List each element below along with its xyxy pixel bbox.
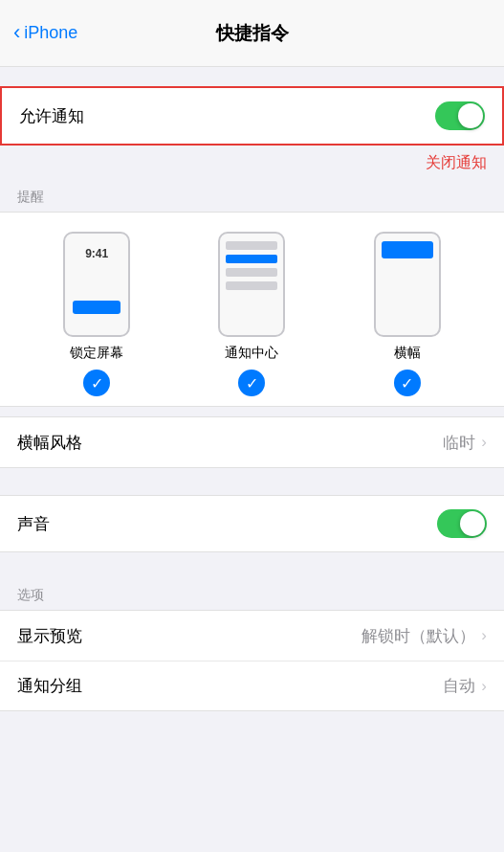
preview-item-banner: 横幅 ✓ <box>374 232 441 396</box>
notif-center-label: 通知中心 <box>225 345 278 362</box>
checkmark-icon: ✓ <box>401 374 413 392</box>
show-preview-value-group: 解锁时（默认） › <box>362 625 487 647</box>
gap-before-options <box>0 552 504 579</box>
banner-style-label: 横幅风格 <box>17 432 82 454</box>
sound-label: 声音 <box>17 513 50 535</box>
toggle-knob <box>458 103 483 128</box>
banner-style-row[interactable]: 横幅风格 临时 › <box>0 417 504 467</box>
sound-row: 声音 <box>0 496 504 551</box>
notification-group-value-group: 自动 › <box>443 675 487 697</box>
back-button[interactable]: ‹ iPhone <box>13 23 77 43</box>
notification-group-row[interactable]: 通知分组 自动 › <box>0 661 504 710</box>
preview-icons-row: 9:41 锁定屏幕 ✓ 通知中心 ✓ <box>0 232 504 396</box>
sound-toggle-knob <box>460 511 485 536</box>
checkmark-icon: ✓ <box>91 374 103 392</box>
sound-card: 声音 <box>0 495 504 552</box>
banner-style-value: 临时 <box>443 432 475 454</box>
banner-style-card: 横幅风格 临时 › <box>0 416 504 468</box>
allow-notifications-row: 允许通知 <box>2 88 502 144</box>
checkmark-icon: ✓ <box>246 374 258 392</box>
sound-toggle[interactable] <box>437 509 487 538</box>
close-notice-row: 关闭通知 <box>0 146 504 181</box>
show-preview-row[interactable]: 显示预览 解锁时（默认） › <box>0 611 504 661</box>
gap-before-sound <box>0 468 504 495</box>
page-title: 快捷指令 <box>216 21 289 46</box>
allow-notifications-label: 允许通知 <box>19 105 84 127</box>
allow-notifications-card: 允许通知 <box>0 86 504 146</box>
banner-label: 横幅 <box>394 345 421 362</box>
preview-item-lock: 9:41 锁定屏幕 ✓ <box>63 232 130 396</box>
navigation-bar: ‹ iPhone 快捷指令 <box>0 0 504 67</box>
preview-item-notif: 通知中心 ✓ <box>218 232 285 396</box>
lock-screen-check[interactable]: ✓ <box>83 370 110 396</box>
banner-icon <box>374 232 441 337</box>
show-preview-label: 显示预览 <box>17 625 82 647</box>
banner-style-chevron-icon: › <box>481 433 487 452</box>
allow-notifications-toggle[interactable] <box>435 101 485 130</box>
show-preview-chevron-icon: › <box>481 626 487 645</box>
options-section-label: 选项 <box>0 579 504 610</box>
top-gap <box>0 67 504 86</box>
notification-group-value: 自动 <box>443 675 475 697</box>
alerts-section-label: 提醒 <box>0 181 504 212</box>
banner-style-value-group: 临时 › <box>443 432 487 454</box>
notification-group-label: 通知分组 <box>17 675 82 697</box>
back-label: iPhone <box>24 23 77 43</box>
show-preview-value: 解锁时（默认） <box>362 625 475 647</box>
banner-check[interactable]: ✓ <box>394 370 421 396</box>
lock-screen-label: 锁定屏幕 <box>70 345 123 362</box>
preview-area: 9:41 锁定屏幕 ✓ 通知中心 ✓ <box>0 212 504 407</box>
notification-group-chevron-icon: › <box>481 677 487 696</box>
close-notice-link[interactable]: 关闭通知 <box>426 153 487 173</box>
options-card: 显示预览 解锁时（默认） › 通知分组 自动 › <box>0 610 504 711</box>
notif-center-icon <box>218 232 285 337</box>
lock-screen-icon: 9:41 <box>63 232 130 337</box>
back-chevron-icon: ‹ <box>13 22 20 43</box>
notif-center-check[interactable]: ✓ <box>238 370 265 396</box>
gap-after-preview <box>0 407 504 416</box>
